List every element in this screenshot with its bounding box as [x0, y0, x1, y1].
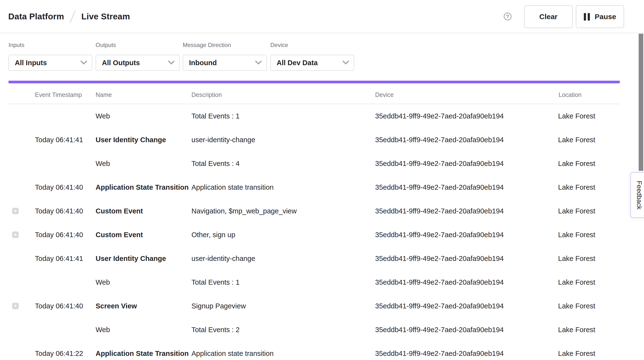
- name-cell: Application State Transition: [96, 350, 189, 358]
- inputs-select-value: All Inputs: [15, 59, 47, 67]
- location-cell: Lake Forest: [558, 350, 595, 358]
- filter-group-device: Device All Dev Data: [270, 42, 354, 71]
- table-row: WebTotal Events : 435eddb41-9ff9-49e2-7a…: [0, 152, 644, 176]
- device-select-value: All Dev Data: [276, 59, 318, 67]
- name-cell: Web: [96, 160, 110, 168]
- table-row: +Today 06:41:40Custom EventOther, sign u…: [0, 223, 644, 247]
- device-cell: 35eddb41-9ff9-49e2-7aed-20afa90eb194: [375, 302, 504, 310]
- clear-button[interactable]: Clear: [524, 5, 573, 28]
- timestamp-cell: Today 06:41:22: [35, 350, 83, 358]
- description-cell: Total Events : 1: [192, 278, 240, 286]
- pause-button[interactable]: Pause: [576, 5, 624, 28]
- location-cell: Lake Forest: [558, 302, 595, 310]
- chevron-down-icon: [255, 61, 262, 65]
- device-cell: 35eddb41-9ff9-49e2-7aed-20afa90eb194: [375, 183, 504, 191]
- table-row: +Today 06:41:40Custom EventNavigation, $…: [0, 199, 644, 223]
- timestamp-cell: Today 06:41:40: [35, 183, 83, 191]
- pause-icon: [584, 13, 590, 20]
- table-row: Today 06:41:41User Identity Changeuser-i…: [0, 247, 644, 270]
- name-cell: Custom Event: [96, 207, 143, 215]
- location-cell: Lake Forest: [558, 160, 595, 168]
- timestamp-cell: Today 06:41:40: [35, 207, 83, 215]
- question-mark-icon: ?: [506, 13, 509, 19]
- chevron-down-icon: [168, 61, 174, 65]
- device-cell: 35eddb41-9ff9-49e2-7aed-20afa90eb194: [375, 160, 504, 168]
- table-row: WebTotal Events : 135eddb41-9ff9-49e2-7a…: [0, 270, 644, 294]
- location-cell: Lake Forest: [558, 136, 595, 144]
- name-cell: Web: [96, 112, 110, 120]
- table-row: Today 06:41:41User Identity Changeuser-i…: [0, 128, 644, 152]
- expand-row-button[interactable]: +: [12, 208, 19, 214]
- description-cell: Application state transition: [192, 350, 274, 358]
- live-stream-page: Data Platform Live Stream ? Clear Pause …: [0, 0, 644, 360]
- expand-row-button[interactable]: +: [12, 303, 19, 309]
- message-direction-select[interactable]: Inbound: [183, 55, 267, 71]
- filter-label: Inputs: [8, 42, 92, 48]
- column-header-event-timestamp: Event Timestamp: [35, 91, 82, 98]
- pause-button-label: Pause: [595, 12, 616, 21]
- device-cell: 35eddb41-9ff9-49e2-7aed-20afa90eb194: [375, 326, 504, 334]
- device-cell: 35eddb41-9ff9-49e2-7aed-20afa90eb194: [375, 278, 504, 286]
- breadcrumb-section[interactable]: Data Platform: [8, 12, 64, 21]
- filter-group-inputs: Inputs All Inputs: [8, 42, 92, 71]
- filter-group-message-direction: Message Direction Inbound: [183, 42, 267, 71]
- device-cell: 35eddb41-9ff9-49e2-7aed-20afa90eb194: [375, 255, 504, 263]
- device-cell: 35eddb41-9ff9-49e2-7aed-20afa90eb194: [375, 350, 504, 358]
- table-body: WebTotal Events : 135eddb41-9ff9-49e2-7a…: [0, 104, 644, 360]
- chevron-down-icon: [80, 61, 87, 65]
- filter-group-outputs: Outputs All Outputs: [96, 42, 180, 71]
- description-cell: Total Events : 4: [192, 160, 240, 168]
- name-cell: User Identity Change: [96, 255, 166, 263]
- description-cell: user-identity-change: [192, 136, 255, 144]
- outputs-select[interactable]: All Outputs: [96, 55, 180, 71]
- feedback-tab[interactable]: Feedback: [630, 172, 644, 218]
- location-cell: Lake Forest: [558, 255, 595, 263]
- timestamp-cell: Today 06:41:41: [35, 136, 83, 144]
- location-cell: Lake Forest: [558, 183, 595, 191]
- table-row: +Today 06:41:40Screen ViewSignup Pagevie…: [0, 294, 644, 318]
- column-header-description: Description: [192, 91, 222, 98]
- description-cell: Other, sign up: [192, 231, 235, 239]
- timestamp-cell: Today 06:41:41: [35, 255, 83, 263]
- description-cell: Navigation, $mp_web_page_view: [192, 207, 297, 215]
- inputs-select[interactable]: All Inputs: [8, 55, 92, 71]
- clear-button-label: Clear: [539, 12, 557, 21]
- description-cell: Signup Pageview: [192, 302, 246, 310]
- device-select[interactable]: All Dev Data: [270, 55, 354, 71]
- name-cell: Web: [96, 326, 110, 334]
- page-title: Live Stream: [81, 12, 130, 21]
- name-cell: User Identity Change: [96, 136, 166, 144]
- name-cell: Web: [96, 278, 110, 286]
- column-header-device: Device: [375, 91, 394, 98]
- breadcrumb-divider-icon: [70, 10, 76, 23]
- column-header-location: Location: [558, 91, 582, 98]
- timestamp-cell: Today 06:41:40: [35, 231, 83, 239]
- filter-label: Message Direction: [183, 42, 267, 48]
- location-cell: Lake Forest: [558, 278, 595, 286]
- chevron-down-icon: [343, 61, 349, 65]
- device-cell: 35eddb41-9ff9-49e2-7aed-20afa90eb194: [375, 136, 504, 144]
- description-cell: Total Events : 2: [192, 326, 240, 334]
- scrollbar-thumb[interactable]: [639, 34, 643, 171]
- description-cell: Application state transition: [192, 183, 274, 191]
- name-cell: Screen View: [96, 302, 137, 310]
- device-cell: 35eddb41-9ff9-49e2-7aed-20afa90eb194: [375, 231, 504, 239]
- filter-label: Outputs: [96, 42, 180, 48]
- description-cell: user-identity-change: [192, 255, 255, 263]
- expand-row-button[interactable]: +: [12, 232, 19, 238]
- device-cell: 35eddb41-9ff9-49e2-7aed-20afa90eb194: [375, 207, 504, 215]
- accent-bar: [8, 81, 620, 83]
- feedback-tab-label: Feedback: [635, 181, 643, 209]
- breadcrumb: Data Platform Live Stream: [8, 0, 130, 33]
- plus-icon: +: [14, 208, 17, 213]
- table-row: Today 06:41:22Application State Transiti…: [0, 342, 644, 360]
- location-cell: Lake Forest: [558, 231, 595, 239]
- device-cell: 35eddb41-9ff9-49e2-7aed-20afa90eb194: [375, 112, 504, 120]
- location-cell: Lake Forest: [558, 112, 595, 120]
- app-header: Data Platform Live Stream ? Clear Pause: [0, 0, 644, 33]
- column-header-name: Name: [96, 91, 112, 98]
- plus-icon: +: [14, 303, 17, 308]
- help-button[interactable]: ?: [504, 12, 512, 20]
- message-direction-select-value: Inbound: [189, 59, 217, 67]
- timestamp-cell: Today 06:41:40: [35, 302, 83, 310]
